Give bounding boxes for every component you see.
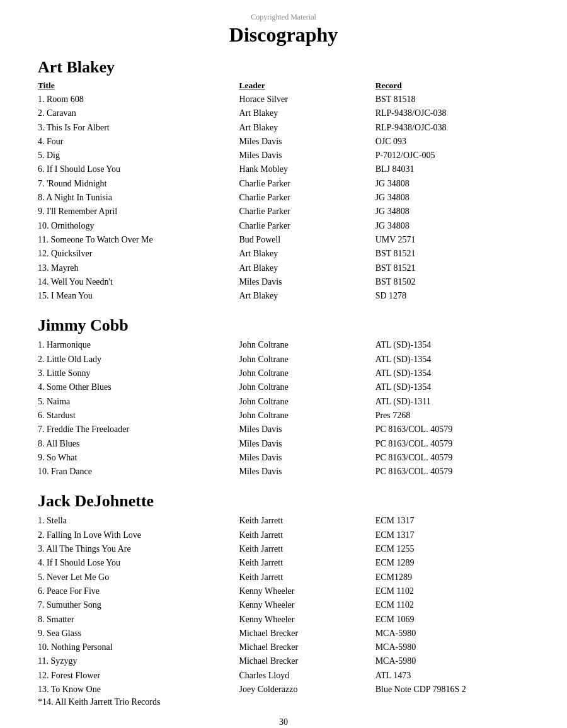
track-0-3-leader: Miles Davis	[239, 135, 375, 148]
track-row: 4. Some Other BluesJohn ColtraneATL (SD)…	[38, 381, 529, 394]
track-row: 13. MayrehArt BlakeyBST 81521	[38, 262, 529, 275]
track-2-1-record: ECM 1317	[375, 529, 529, 542]
track-2-9-record: MCA-5980	[375, 641, 529, 654]
track-0-11-title: 12. Quicksilver	[38, 247, 239, 260]
track-1-2-title: 3. Little Sonny	[38, 367, 239, 380]
track-1-6-record: PC 8163/COL. 40579	[375, 423, 529, 436]
track-row: 2. CaravanArt BlakeyRLP-9438/OJC-038	[38, 107, 529, 120]
track-0-0-leader: Horace Silver	[239, 93, 375, 106]
track-0-13-record: BST 81502	[375, 276, 529, 288]
track-row: 9. I'll Remember AprilCharlie ParkerJG 3…	[38, 205, 529, 218]
track-0-13-title: 14. Well You Needn't	[38, 276, 239, 288]
track-0-8-leader: Charlie Parker	[239, 205, 375, 218]
track-1-5-title: 6. Stardust	[38, 409, 239, 422]
track-0-7-title: 8. A Night In Tunisia	[38, 191, 239, 204]
track-2-2-title: 3. All The Things You Are	[38, 543, 239, 555]
col-header-title: Title	[38, 81, 239, 91]
track-2-10-title: 11. Syzygy	[38, 655, 239, 668]
col-header-leader: Leader	[239, 81, 375, 91]
track-row: 14. Well You Needn'tMiles DavisBST 81502	[38, 276, 529, 288]
track-1-9-title: 10. Fran Dance	[38, 465, 239, 478]
track-row: 4. FourMiles DavisOJC 093	[38, 135, 529, 148]
track-0-4-title: 5. Dig	[38, 149, 239, 162]
track-2-6-record: ECM 1102	[375, 599, 529, 611]
track-row: 10. Fran DanceMiles DavisPC 8163/COL. 40…	[38, 465, 529, 478]
track-0-9-leader: Charlie Parker	[239, 220, 375, 232]
track-2-2-record: ECM 1255	[375, 543, 529, 555]
track-0-3-record: OJC 093	[375, 135, 529, 148]
track-1-1-record: ATL (SD)-1354	[375, 353, 529, 366]
track-0-9-title: 10. Ornithology	[38, 220, 239, 232]
track-1-2-leader: John Coltrane	[239, 367, 375, 380]
track-2-5-leader: Kenny Wheeler	[239, 585, 375, 598]
track-0-0-title: 1. Room 608	[38, 93, 239, 106]
copyright-text: Copyrighted Material	[38, 13, 529, 22]
track-0-2-leader: Art Blakey	[239, 122, 375, 134]
track-2-8-record: MCA-5980	[375, 627, 529, 640]
track-0-6-record: JG 34808	[375, 178, 529, 190]
track-2-0-title: 1. Stella	[38, 515, 239, 527]
track-0-14-leader: Art Blakey	[239, 290, 375, 302]
track-0-5-record: BLJ 84031	[375, 163, 529, 176]
page-heading: Discography	[38, 23, 529, 47]
track-1-6-leader: Miles Davis	[239, 423, 375, 436]
track-1-8-record: PC 8163/COL. 40579	[375, 452, 529, 464]
track-0-5-leader: Hank Mobley	[239, 163, 375, 176]
track-1-5-record: Pres 7268	[375, 409, 529, 422]
track-row: 10. OrnithologyCharlie ParkerJG 34808	[38, 220, 529, 232]
track-1-6-title: 7. Freddie The Freeloader	[38, 423, 239, 436]
track-2-10-record: MCA-5980	[375, 655, 529, 668]
track-0-12-leader: Art Blakey	[239, 262, 375, 275]
track-2-6-leader: Kenny Wheeler	[239, 599, 375, 611]
track-row: 9. Sea GlassMichael BreckerMCA-5980	[38, 627, 529, 640]
track-row: 11. Someone To Watch Over MeBud PowellUM…	[38, 234, 529, 246]
track-0-9-record: JG 34808	[375, 220, 529, 232]
track-row: 12. Forest FlowerCharles LloydATL 1473	[38, 669, 529, 682]
track-2-0-leader: Keith Jarrett	[239, 515, 375, 527]
track-0-13-leader: Miles Davis	[239, 276, 375, 288]
track-2-1-title: 2. Falling In Love With Love	[38, 529, 239, 542]
track-row: 3. All The Things You AreKeith JarrettEC…	[38, 543, 529, 555]
track-2-7-title: 8. Smatter	[38, 613, 239, 626]
track-row: 9. So WhatMiles DavisPC 8163/COL. 40579	[38, 452, 529, 464]
track-1-7-record: PC 8163/COL. 40579	[375, 438, 529, 450]
track-0-12-record: BST 81521	[375, 262, 529, 275]
track-0-12-title: 13. Mayreh	[38, 262, 239, 275]
track-1-7-leader: Miles Davis	[239, 438, 375, 450]
track-0-11-leader: Art Blakey	[239, 247, 375, 260]
track-row: 12. QuicksilverArt BlakeyBST 81521	[38, 247, 529, 260]
track-2-12-record: Blue Note CDP 79816S 2	[375, 683, 529, 696]
track-row: 1. Room 608Horace SilverBST 81518	[38, 93, 529, 106]
track-2-0-record: ECM 1317	[375, 515, 529, 527]
track-0-14-title: 15. I Mean You	[38, 290, 239, 302]
section-title-jack-dejohnette: Jack DeJohnette	[38, 492, 529, 511]
track-1-1-leader: John Coltrane	[239, 353, 375, 366]
track-1-2-record: ATL (SD)-1354	[375, 367, 529, 380]
track-1-8-leader: Miles Davis	[239, 452, 375, 464]
track-0-5-title: 6. If I Should Lose You	[38, 163, 239, 176]
track-2-3-title: 4. If I Should Lose You	[38, 557, 239, 569]
track-row: 5. Never Let Me GoKeith JarrettECM1289	[38, 571, 529, 584]
track-0-0-record: BST 81518	[375, 93, 529, 106]
track-2-5-title: 6. Peace For Five	[38, 585, 239, 598]
track-0-2-record: RLP-9438/OJC-038	[375, 122, 529, 134]
track-2-11-record: ATL 1473	[375, 669, 529, 682]
track-1-9-record: PC 8163/COL. 40579	[375, 465, 529, 478]
track-row: 3. Little SonnyJohn ColtraneATL (SD)-135…	[38, 367, 529, 380]
track-1-9-leader: Miles Davis	[239, 465, 375, 478]
track-0-1-leader: Art Blakey	[239, 107, 375, 120]
track-2-9-leader: Michael Brecker	[239, 641, 375, 654]
track-row: 6. Peace For FiveKenny WheelerECM 1102	[38, 585, 529, 598]
track-1-0-leader: John Coltrane	[239, 339, 375, 351]
track-2-8-title: 9. Sea Glass	[38, 627, 239, 640]
track-0-1-title: 2. Caravan	[38, 107, 239, 120]
track-2-4-title: 5. Never Let Me Go	[38, 571, 239, 584]
track-2-10-leader: Michael Brecker	[239, 655, 375, 668]
track-1-4-leader: John Coltrane	[239, 395, 375, 408]
track-1-7-title: 8. All Blues	[38, 438, 239, 450]
track-row: 2. Falling In Love With LoveKeith Jarret…	[38, 529, 529, 542]
track-row: 1. StellaKeith JarrettECM 1317	[38, 515, 529, 527]
track-row: 7. Sumuther SongKenny WheelerECM 1102	[38, 599, 529, 611]
track-row: 5. NaimaJohn ColtraneATL (SD)-1311	[38, 395, 529, 408]
track-0-4-record: P-7012/OJC-005	[375, 149, 529, 162]
